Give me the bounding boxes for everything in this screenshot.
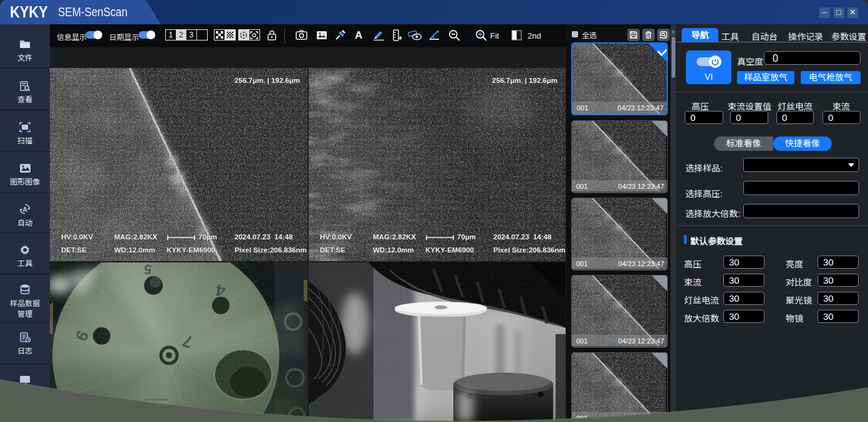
svg-text:A: A [22,206,27,213]
